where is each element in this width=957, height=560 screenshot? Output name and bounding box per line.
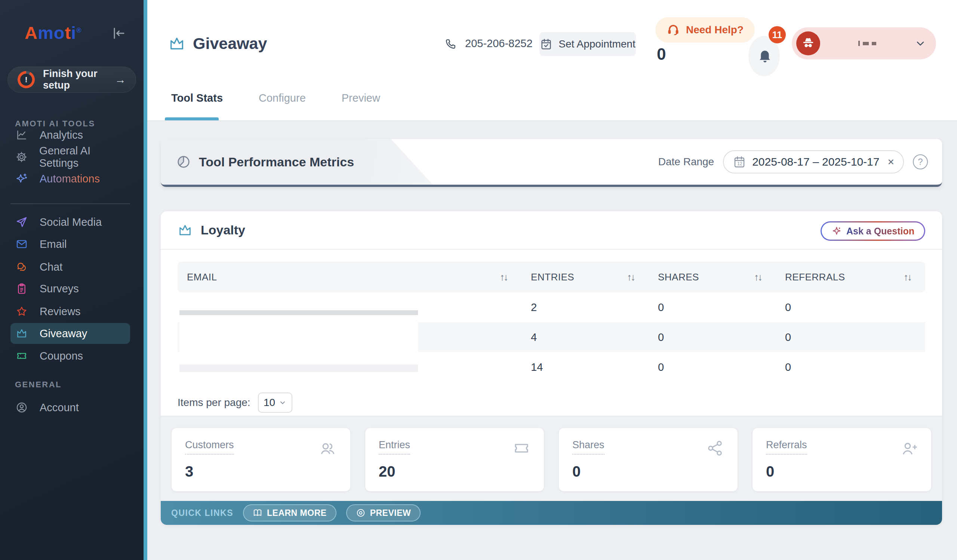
finish-setup-label: Finish your setup (43, 68, 107, 91)
cell-entries: 4 (521, 331, 649, 344)
sidebar-item-general-ai-settings[interactable]: General AI Settings (11, 147, 130, 167)
ticket-icon (513, 439, 531, 457)
page-title: Giveaway (193, 35, 267, 53)
cell-shares: 0 (649, 331, 776, 344)
queue-count: 0 (657, 45, 666, 63)
need-help-label: Need Help? (686, 24, 744, 36)
bell-icon (756, 46, 773, 64)
sidebar-item-giveaway[interactable]: Giveaway (11, 323, 130, 344)
stat-label: Entries (379, 439, 410, 454)
sidebar-item-social-media[interactable]: Social Media (11, 211, 130, 232)
set-appointment-button[interactable]: Set Appointment (539, 32, 636, 56)
sort-email-icon[interactable]: ↑↓ (500, 271, 507, 283)
chevron-down-icon (914, 37, 926, 49)
gear-icon (16, 151, 27, 163)
envelope-icon (16, 238, 28, 250)
chevron-down-icon (279, 399, 286, 406)
users-icon (319, 439, 337, 457)
date-range-input[interactable]: 12 2025-08-17 – 2025-10-17 × (723, 150, 904, 174)
crown-icon (168, 35, 185, 52)
section-label-general: GENERAL (15, 380, 62, 390)
clear-date-icon[interactable]: × (885, 156, 894, 168)
phone-wrap[interactable]: 205-206-8252 (445, 37, 533, 50)
sidebar-item-analytics[interactable]: Analytics (11, 125, 130, 145)
pagination: Items per page: 10 (178, 393, 925, 413)
help-icon[interactable]: ? (913, 155, 928, 169)
page-title-wrap: Giveaway (168, 35, 267, 53)
calendar-check-icon (540, 38, 553, 50)
sidebar-item-reviews[interactable]: Reviews (11, 301, 130, 322)
app-root: Amoti® ! Finish your setup → AMOTI AI TO… (0, 0, 957, 560)
stat-label: Customers (185, 439, 234, 454)
paper-plane-icon (16, 216, 28, 228)
cell-shares: 0 (649, 361, 776, 374)
tab-preview[interactable]: Preview (342, 89, 380, 107)
sidebar-item-automations[interactable]: Automations (11, 168, 130, 189)
table-row: 14 0 0 (178, 352, 925, 382)
cell-shares: 0 (649, 301, 776, 314)
items-per-page-label: Items per page: (178, 397, 251, 409)
preview-label: PREVIEW (370, 508, 411, 518)
svg-text:12: 12 (737, 161, 742, 166)
stat-value: 20 (379, 463, 531, 480)
column-email: EMAIL (187, 271, 217, 283)
setup-progress-icon: ! (17, 71, 35, 88)
sidebar-item-email[interactable]: Email (11, 233, 130, 255)
line-chart-icon (16, 129, 28, 141)
sparkles-icon (16, 173, 28, 185)
incognito-avatar-icon (801, 36, 816, 51)
sidebar-collapse-icon[interactable] (111, 27, 126, 39)
preview-button[interactable]: PREVIEW (346, 504, 421, 522)
sort-shares-icon[interactable]: ↑↓ (754, 271, 761, 283)
ask-a-question-button[interactable]: Ask a Question (821, 221, 925, 241)
tool-performance-metrics-bar: Tool Performance Metrics Date Range 12 2… (161, 139, 942, 187)
quick-links-bar: QUICK LINKS LEARN MORE PREVIEW (161, 501, 942, 525)
finish-setup-button[interactable]: ! Finish your setup → (8, 66, 136, 93)
notification-badge: 11 (769, 26, 786, 43)
sidebar-divider (11, 203, 130, 204)
cell-referrals: 0 (776, 361, 925, 374)
tab-bar: Tool Stats Configure Preview (171, 89, 380, 107)
need-help-button[interactable]: Need Help? (655, 17, 755, 43)
tab-tool-stats[interactable]: Tool Stats (171, 89, 223, 107)
stat-label: Shares (572, 439, 605, 454)
items-per-page-select[interactable]: 10 (258, 393, 292, 413)
share-nodes-icon (706, 439, 724, 457)
pie-chart-icon (177, 155, 191, 169)
sort-referrals-icon[interactable]: ↑↓ (903, 271, 911, 283)
crown-icon (178, 223, 193, 238)
user-menu[interactable] (792, 27, 936, 60)
ticket-icon (16, 350, 28, 362)
crown-icon (16, 328, 28, 339)
amoti-logo: Amoti® (25, 22, 82, 43)
sidebar: Amoti® ! Finish your setup → AMOTI AI TO… (0, 0, 144, 560)
headset-icon (666, 23, 680, 36)
table-header-row: EMAIL↑↓ ENTRIES↑↓ SHARES↑↓ REFERRALS↑↓ (178, 262, 925, 292)
sidebar-item-chat[interactable]: Chat (11, 256, 130, 278)
ask-a-question-label: Ask a Question (846, 226, 914, 237)
sidebar-item-surveys[interactable]: Surveys (11, 278, 130, 299)
clipboard-icon (16, 282, 28, 295)
loyalty-table: EMAIL↑↓ ENTRIES↑↓ SHARES↑↓ REFERRALS↑↓ 2… (178, 262, 925, 382)
sidebar-item-account[interactable]: Account (11, 397, 130, 418)
active-tab-underline (165, 117, 219, 120)
user-plus-icon (900, 439, 918, 457)
sparkle-icon (831, 226, 842, 236)
sidebar-item-coupons[interactable]: Coupons (11, 345, 130, 366)
tab-configure[interactable]: Configure (259, 89, 306, 107)
quick-links-label: QUICK LINKS (171, 508, 233, 518)
stats-footer: Customers 3 Entries 20 Shares (161, 416, 942, 501)
phone-number: 205-206-8252 (465, 37, 533, 50)
sort-entries-icon[interactable]: ↑↓ (627, 271, 634, 283)
table-row: 4 0 0 (178, 322, 925, 352)
user-name-redacted (820, 41, 914, 46)
book-icon (253, 508, 262, 518)
stat-card-referrals: Referrals 0 (752, 427, 932, 492)
date-range-label: Date Range (658, 156, 714, 168)
column-shares: SHARES (658, 271, 699, 283)
learn-more-button[interactable]: LEARN MORE (243, 504, 336, 522)
sidebar-accent-stripe (144, 0, 147, 560)
phone-icon (445, 38, 457, 50)
stat-label: Referrals (766, 439, 807, 454)
table-row: 2 0 0 (178, 292, 925, 322)
